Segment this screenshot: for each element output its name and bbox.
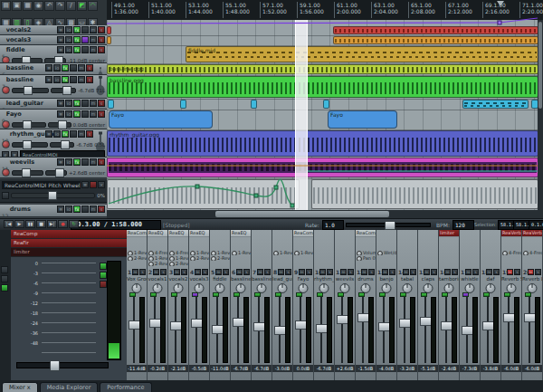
send-slot[interactable]: 2-Reverb L [127,255,147,261]
transport-time-display[interactable]: 60.3.00 / 1:58.000 [71,220,161,230]
mute-button[interactable]: m [486,269,492,275]
slider-handle[interactable] [22,168,31,177]
solo-button[interactable]: s [139,269,146,275]
mute-button[interactable]: m [528,269,534,275]
mute-button[interactable]: m [382,269,388,275]
pause-button[interactable]: ▮▮ [25,220,35,228]
state-button[interactable] [81,110,89,118]
mute-button[interactable]: m [444,269,451,275]
slider-handle[interactable] [22,56,31,64]
fx-button[interactable]: fx [62,76,69,83]
send-slot[interactable]: 1-Reverb S [231,250,251,255]
media-item-Fayo[interactable]: Fayo [109,110,213,129]
io-button[interactable]: io [65,26,72,33]
master-mono-button[interactable] [100,263,107,270]
send-knob[interactable] [502,251,508,255]
state-button[interactable] [70,64,77,72]
track-panel-fiddle[interactable]: 5fiddle≡iofxms-11.0dB center [0,45,107,63]
solo-button[interactable]: s [431,269,437,275]
fx-button[interactable]: fx [62,130,69,138]
fx-button[interactable]: fx [73,158,81,166]
master-fx-button[interactable] [100,272,107,279]
io-button[interactable]: io [53,64,61,72]
mixer-strip-daf[interactable]: 18msdaf-3.8dB [481,230,501,380]
track-name[interactable]: vocals3 [6,36,32,43]
slider-handle[interactable] [62,86,71,95]
volume-slider[interactable] [12,170,43,176]
master-fx-slot[interactable]: ReaComp [11,230,127,239]
strip-name[interactable]: Fayo [293,276,313,283]
mute-button[interactable]: m [403,269,409,275]
volume-slider[interactable] [12,142,48,148]
master-mute-button[interactable] [100,281,107,288]
strip-name[interactable]: lead_guita [272,276,292,283]
track-panel-Fayo[interactable]: 9Fayo≡iofxms0.0dB center [0,110,107,129]
track-panel-vocals3[interactable]: 4vocals3≡iofxms [0,35,107,45]
fx-slot[interactable]: ReaComp [356,230,376,237]
envelope-value-slider[interactable] [11,193,95,198]
vertical-scrollbar[interactable] [538,20,543,210]
mixer-strip-lead_guita[interactable]: 1-Reverb S8mslead_guita-3.0dB [272,230,293,380]
s-button[interactable]: s [98,110,105,118]
volume-slider[interactable] [12,88,49,93]
fx-param-box[interactable]: ReaControlMIDI [20,150,105,158]
strip-name[interactable]: Vox Group [127,276,147,283]
arrange-view[interactable]: fiddle.midbassline.oggbassline.oggFayoFa… [107,20,538,210]
state-button[interactable] [70,130,77,138]
solo-button[interactable]: s [452,269,458,275]
send-slot[interactable]: 4-Freq 48.2Hz [501,250,521,255]
solo-button[interactable]: s [306,269,312,275]
io-button[interactable]: io [65,158,72,166]
fx-slot[interactable]: ReaEQ [189,230,209,237]
state-button[interactable] [81,206,89,213]
rate-value[interactable]: 1.0 [322,220,344,230]
rate-slider[interactable] [346,223,431,227]
horizontal-scrollbar[interactable] [107,210,543,218]
fx-button[interactable]: fx [73,100,81,107]
stop-button[interactable]: ■ [36,220,46,228]
≡-button[interactable]: ≡ [57,46,64,53]
media-item-drums[interactable] [107,179,300,209]
new-project-icon[interactable]: ▤ [1,1,11,11]
send-knob[interactable] [190,256,195,261]
track-panel-bassline[interactable]: 6bassline≡iofxms [0,63,107,75]
s-button[interactable]: s [86,64,93,72]
≡-button[interactable]: ≡ [57,36,64,43]
timeline-ruler[interactable]: 49.1.001:36.00051.1.001:40.00053.1.001:4… [107,0,543,21]
solo-button[interactable]: s [368,269,375,275]
media-item-vocals2[interactable] [333,26,538,34]
strip-name[interactable]: Reverb S [501,276,521,283]
strip-name[interactable]: whistle [460,276,480,283]
slider-handle[interactable] [55,168,64,177]
record-arm-button[interactable] [2,56,10,63]
solo-button[interactable]: s [535,269,541,275]
s-button[interactable]: s [98,100,105,107]
m-button[interactable]: m [90,46,97,53]
media-item-Fayo[interactable]: Fayo [328,110,397,129]
strip-name[interactable]: weevils [335,276,355,283]
state-button[interactable] [81,158,89,166]
slider-handle[interactable] [23,120,32,129]
m-button[interactable]: m [90,36,97,43]
fx-slot[interactable]: ReaVerbate [522,230,542,237]
scroll-thumb[interactable] [538,22,542,109]
track-name[interactable]: lead_guitar [6,100,43,107]
record-arm-button[interactable] [2,120,10,129]
s-button[interactable]: s [86,76,93,83]
track-panel-lead_guitar[interactable]: 8lead_guitar≡iofxms [0,99,107,110]
media-item-drums[interactable] [311,179,538,209]
strip-name[interactable]: bassline [252,276,272,283]
fx-button[interactable]: fx [73,26,81,33]
solo-button[interactable]: s [514,269,520,275]
mute-button[interactable]: m [424,269,430,275]
io-button[interactable]: io [65,206,72,213]
send-knob[interactable] [148,262,154,266]
slider-handle[interactable] [48,191,57,200]
record-arm-button[interactable] [2,86,10,94]
media-item-lead_guitar[interactable] [180,100,186,109]
solo-button[interactable]: s [493,269,500,275]
volume-slider[interactable] [12,58,43,63]
s-button[interactable]: s [86,130,93,138]
track-name[interactable]: fiddle [6,46,25,53]
solo-button[interactable]: s [181,269,187,275]
